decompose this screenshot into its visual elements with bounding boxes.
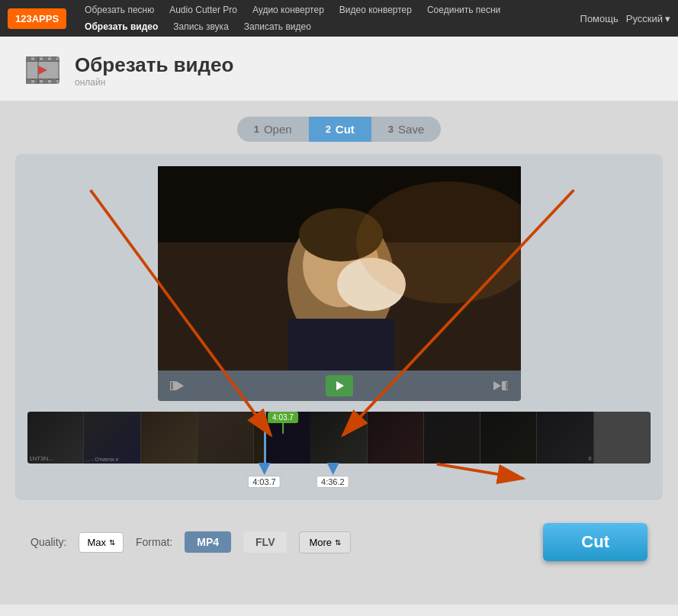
timeline-container: 4:03.7 1NT3N... ... - Отмели.н <box>27 412 651 488</box>
handle-left-time[interactable]: 4:03.7 <box>248 476 281 488</box>
nav-right: Помощь Русский ▾ <box>580 13 670 24</box>
svg-marker-30 <box>258 463 270 475</box>
nav-video-converter[interactable]: Видео конвертер <box>332 2 419 18</box>
rewind-button[interactable] <box>165 376 190 396</box>
current-time-label: 4:03.7 <box>268 412 298 423</box>
nav-audio-cutter-pro[interactable]: Audio Cutter Pro <box>162 2 245 18</box>
nav-record-video[interactable]: Записать видео <box>236 18 319 35</box>
svg-rect-25 <box>171 382 173 390</box>
thumb-frame-2: ... - Отмели.н <box>84 412 140 464</box>
current-time-tooltip: 4:03.7 <box>268 412 298 434</box>
format-label: Format: <box>136 536 172 548</box>
video-frame <box>158 166 521 371</box>
page-title-block: Обрезать видео онлайн <box>75 53 233 88</box>
step-open[interactable]: 1 Open <box>237 117 309 142</box>
editor-panel: 4:03.7 1NT3N... ... - Отмели.н <box>15 154 663 500</box>
thumb-frame-11 <box>594 412 651 464</box>
video-preview <box>158 166 521 371</box>
svg-rect-8 <box>26 79 31 84</box>
bottom-controls: Quality: Max ⇅ Format: MP4 FLV More ⇅ Cu… <box>15 514 663 570</box>
svg-rect-10 <box>43 79 48 84</box>
quality-value: Max <box>87 537 106 548</box>
cut-button[interactable]: Cut <box>543 523 647 561</box>
thumb-frame-9 <box>480 412 537 464</box>
svg-rect-4 <box>26 56 31 61</box>
step-2-num: 2 <box>326 124 331 135</box>
nav-row-1: Обрезать песню Audio Cutter Pro Аудио ко… <box>77 2 580 18</box>
help-link[interactable]: Помощь <box>580 13 619 24</box>
quality-label: Quality: <box>31 536 66 548</box>
chevron-down-icon: ▾ <box>665 13 670 24</box>
video-controls <box>158 371 521 401</box>
thumb-frame-3 <box>141 412 198 464</box>
step-3-label: Save <box>398 123 424 136</box>
svg-rect-5 <box>34 56 40 61</box>
fast-forward-button[interactable] <box>489 376 513 396</box>
more-label: More <box>309 537 332 548</box>
play-button[interactable] <box>326 375 353 396</box>
language-selector[interactable]: Русский ▾ <box>626 13 670 24</box>
step-2-label: Cut <box>336 123 355 136</box>
right-handle-arrow-icon <box>325 463 340 475</box>
thumb-frame-6 <box>310 412 367 464</box>
thumb-frame-4 <box>198 412 254 464</box>
svg-marker-24 <box>176 381 184 390</box>
thumb-frame-7 <box>368 412 424 464</box>
nav-join-songs[interactable]: Соединить песни <box>419 2 508 18</box>
nav-cut-video[interactable]: Обрезать видео <box>77 18 165 35</box>
nav-record-sound[interactable]: Запись звука <box>165 18 236 35</box>
step-1-label: Open <box>264 123 292 136</box>
nav-row-2: Обрезать видео Запись звука Записать вид… <box>77 18 580 35</box>
svg-rect-9 <box>34 79 40 84</box>
svg-rect-29 <box>506 382 508 390</box>
thumb-frame-10: II <box>537 412 593 464</box>
top-navigation: 123APPS Обрезать песню Audio Cutter Pro … <box>0 0 678 37</box>
handle-left-group: 4:03.7 <box>248 463 281 488</box>
step-cut[interactable]: 2 Cut <box>309 117 371 142</box>
handle-right-group: 4:36.2 <box>317 463 349 488</box>
logo-button[interactable]: 123APPS <box>8 8 66 29</box>
thumb-frame-1: 1NT3N... <box>27 412 84 464</box>
quality-select[interactable]: Max ⇅ <box>79 532 124 553</box>
step-1-num: 1 <box>254 124 259 135</box>
nav-cut-song[interactable]: Обрезать песню <box>77 2 162 18</box>
more-arrows-icon: ⇅ <box>335 538 341 547</box>
thumb-frame-8 <box>424 412 480 464</box>
page-icon <box>23 50 63 90</box>
page-header: Обрезать видео онлайн <box>0 37 678 101</box>
step-save[interactable]: 3 Save <box>371 117 441 142</box>
step-3-num: 3 <box>388 124 394 135</box>
cursor-stem <box>282 423 284 434</box>
svg-rect-7 <box>51 56 56 61</box>
svg-rect-11 <box>51 79 56 84</box>
timeline-strip[interactable]: 1NT3N... ... - Отмели.н II <box>27 412 651 464</box>
nav-audio-converter[interactable]: Аудио конвертер <box>245 2 332 18</box>
left-handle-arrow-icon <box>256 463 272 475</box>
quality-arrows-icon: ⇅ <box>109 538 115 547</box>
format-mp4-button[interactable]: MP4 <box>185 531 231 553</box>
main-content: 1 Open 2 Cut 3 Save <box>0 101 678 605</box>
page-subtitle: онлайн <box>75 77 233 88</box>
svg-marker-31 <box>326 463 339 475</box>
more-formats-button[interactable]: More ⇅ <box>299 531 351 553</box>
handle-right-time[interactable]: 4:36.2 <box>317 476 349 488</box>
format-flv-button[interactable]: FLV <box>243 531 287 553</box>
svg-marker-27 <box>493 381 501 390</box>
svg-rect-6 <box>43 56 48 61</box>
nav-links: Обрезать песню Audio Cutter Pro Аудио ко… <box>77 2 580 35</box>
steps-bar: 1 Open 2 Cut 3 Save <box>15 117 663 142</box>
page-title: Обрезать видео <box>75 53 233 77</box>
svg-marker-26 <box>336 381 344 390</box>
svg-rect-21 <box>288 319 394 371</box>
